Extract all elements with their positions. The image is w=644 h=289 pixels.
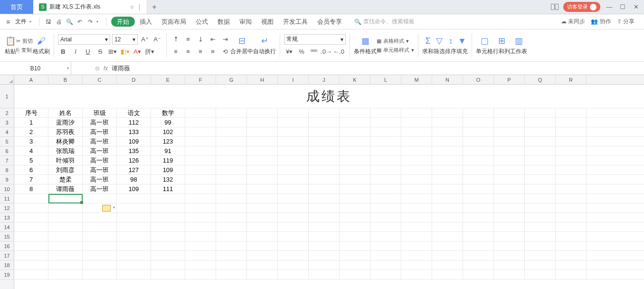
cell[interactable]: [525, 194, 556, 203]
cell[interactable]: 133: [117, 127, 151, 136]
cell[interactable]: [525, 118, 556, 127]
cell[interactable]: [494, 222, 525, 231]
cell[interactable]: [463, 232, 494, 241]
cooperate-button[interactable]: 👥 协作: [591, 18, 611, 26]
cell[interactable]: [83, 222, 117, 231]
cell[interactable]: [278, 127, 309, 136]
cell[interactable]: [340, 137, 370, 146]
cell[interactable]: [370, 270, 401, 279]
orientation-button[interactable]: ⟲: [220, 47, 230, 57]
cell[interactable]: [401, 137, 432, 146]
cell[interactable]: [14, 194, 48, 203]
menu-tab-5[interactable]: 审阅: [235, 18, 256, 25]
home-tab[interactable]: 首页: [0, 0, 33, 14]
cell[interactable]: [14, 241, 48, 250]
col-header-O[interactable]: O: [463, 75, 494, 84]
cell[interactable]: [117, 222, 151, 231]
cell[interactable]: [370, 251, 401, 260]
cell[interactable]: [247, 156, 278, 165]
cell[interactable]: [216, 203, 247, 212]
col-header-J[interactable]: J: [309, 75, 340, 84]
cell[interactable]: [340, 108, 370, 117]
align-mid-button[interactable]: ≡: [183, 34, 193, 45]
italic-button[interactable]: I: [70, 47, 81, 57]
cell[interactable]: [247, 260, 278, 270]
cell[interactable]: [494, 156, 525, 165]
cell[interactable]: [525, 156, 556, 165]
cell[interactable]: [432, 146, 463, 155]
cell[interactable]: [463, 184, 494, 193]
cell[interactable]: 135: [117, 146, 151, 155]
cell[interactable]: [83, 194, 117, 203]
cell[interactable]: [494, 127, 525, 136]
cell[interactable]: 109: [117, 137, 151, 146]
col-header-N[interactable]: N: [432, 75, 463, 84]
cell[interactable]: [556, 156, 587, 165]
cell[interactable]: [14, 203, 48, 212]
cell[interactable]: [340, 194, 370, 203]
cell[interactable]: [525, 146, 556, 155]
cell[interactable]: [216, 232, 247, 241]
cell[interactable]: [117, 194, 151, 203]
cell[interactable]: [309, 137, 340, 146]
col-header-H[interactable]: H: [247, 75, 278, 84]
cell[interactable]: [278, 184, 309, 193]
cell[interactable]: [278, 203, 309, 212]
preview-icon[interactable]: 🔍: [65, 18, 74, 26]
cell[interactable]: [556, 137, 587, 146]
cell[interactable]: [83, 213, 117, 222]
cell[interactable]: [494, 175, 525, 184]
cell[interactable]: [494, 213, 525, 222]
spreadsheet-grid[interactable]: ABCDEFGHIJKLMNOPQR 123456789101112131415…: [0, 75, 644, 289]
cell[interactable]: [185, 194, 216, 203]
cell[interactable]: [463, 194, 494, 203]
cell[interactable]: [370, 146, 401, 155]
cell[interactable]: [48, 213, 83, 222]
underline-button[interactable]: U: [83, 47, 93, 57]
cell[interactable]: [432, 137, 463, 146]
cell[interactable]: [525, 108, 556, 117]
wrap-text-button[interactable]: ↵自动换行: [253, 35, 276, 56]
cell[interactable]: 姓名: [48, 108, 83, 117]
cell[interactable]: 3: [14, 137, 48, 146]
cell[interactable]: [278, 251, 309, 260]
cell[interactable]: [247, 213, 278, 222]
filter-button[interactable]: ▽筛选: [434, 35, 445, 56]
formula-input[interactable]: 谭雨薇: [112, 64, 130, 73]
cell[interactable]: 数学: [151, 108, 185, 117]
fontsize-select[interactable]: 12▾: [112, 34, 138, 45]
cell[interactable]: [432, 165, 463, 174]
cell[interactable]: [525, 213, 556, 222]
cell[interactable]: [432, 156, 463, 165]
align-justify-button[interactable]: ≡: [208, 47, 218, 57]
col-header-A[interactable]: A: [14, 75, 48, 84]
cell[interactable]: [278, 156, 309, 165]
cell[interactable]: [247, 165, 278, 174]
cell[interactable]: [14, 213, 48, 222]
cell[interactable]: [463, 251, 494, 260]
col-header-L[interactable]: L: [370, 75, 401, 84]
cell[interactable]: [247, 137, 278, 146]
cell[interactable]: [14, 251, 48, 260]
cell[interactable]: [340, 241, 370, 250]
chevron-down-icon[interactable]: ▾: [29, 19, 31, 24]
cell[interactable]: [340, 175, 370, 184]
cell[interactable]: [278, 260, 309, 270]
cell-style-button[interactable]: ▦ 单元格样式▾: [377, 47, 414, 54]
cell[interactable]: [278, 165, 309, 174]
row-header-3[interactable]: 3: [0, 118, 14, 127]
cell[interactable]: [370, 184, 401, 193]
cell[interactable]: 4: [14, 146, 48, 155]
cell[interactable]: [401, 127, 432, 136]
cell[interactable]: [83, 203, 117, 212]
cell[interactable]: 119: [151, 156, 185, 165]
row-header-18[interactable]: 18: [0, 260, 14, 270]
cell[interactable]: [216, 156, 247, 165]
col-header-G[interactable]: G: [216, 75, 247, 84]
row-header-17[interactable]: 17: [0, 251, 14, 260]
cell[interactable]: [370, 213, 401, 222]
menu-tab-3[interactable]: 公式: [191, 18, 213, 25]
chevron-down-icon[interactable]: ▾: [96, 19, 98, 24]
col-header-K[interactable]: K: [340, 75, 370, 84]
currency-button[interactable]: ¥▾: [284, 47, 294, 57]
